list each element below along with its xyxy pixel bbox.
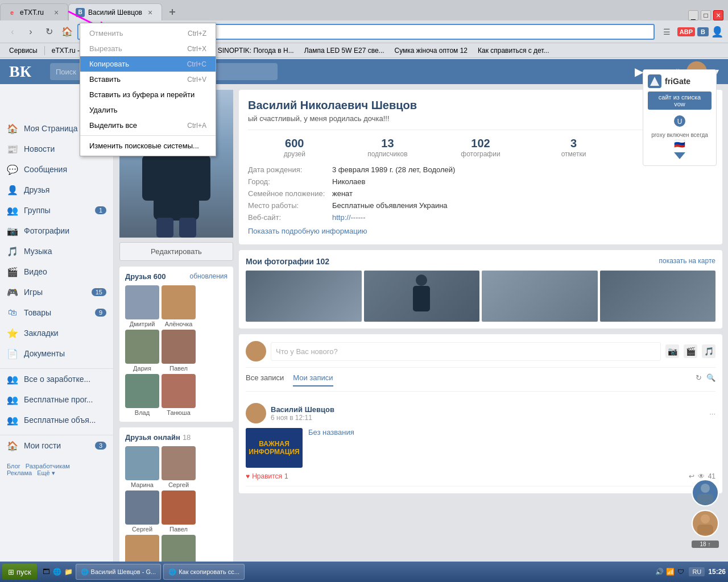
photo-thumb-4[interactable] — [600, 271, 716, 322]
minimize-btn[interactable]: _ — [688, 10, 698, 20]
sidebar-footer-dev[interactable]: Разработчикам — [26, 463, 70, 469]
taskbar-tray-folder[interactable]: 📁 — [64, 567, 73, 576]
sidebar-item-earnings[interactable]: 👥 Все о заработке... — [0, 369, 113, 389]
back-btn[interactable]: ‹ — [5, 24, 20, 40]
photo-thumb-1[interactable] — [246, 271, 362, 322]
sidebar-item-messages[interactable]: 💬 Сообщения — [0, 159, 113, 180]
stat-photos[interactable]: 102 фотографии — [434, 137, 527, 158]
friend-item-dmitry[interactable]: Дмитрий — [125, 285, 159, 327]
close-btn[interactable]: × — [713, 10, 723, 20]
tray-security-icon[interactable]: 🛡 — [676, 567, 685, 576]
bottom-avatar-2[interactable] — [692, 510, 719, 537]
sidebar-item-docs[interactable]: 📄 Документы — [0, 343, 113, 364]
online-friend-yurets[interactable]: Юрец — [162, 535, 196, 562]
ctx-paste[interactable]: Вставить Ctrl+V — [80, 72, 216, 87]
online-friend-marina[interactable]: Марина — [125, 446, 159, 488]
taskbar-tray-ie[interactable]: 🌐 — [53, 567, 62, 576]
language-btn[interactable]: RU — [689, 567, 705, 576]
bookmark-lamp[interactable]: Лампа LED 5W E27 све... — [300, 45, 389, 56]
ctx-copy[interactable]: Копировать Ctrl+C — [80, 56, 216, 72]
bottom-avatar-1[interactable] — [692, 479, 719, 506]
reload-btn[interactable]: ↻ — [41, 24, 57, 40]
post-image-thumbnail[interactable]: ВАЖНАЯ ИНФОРМАЦИЯ — [246, 428, 303, 468]
tray-network-icon[interactable]: 🔊 — [655, 567, 664, 576]
forward-btn[interactable]: › — [23, 24, 39, 40]
new-tab-btn[interactable] — [162, 3, 183, 20]
post-likes[interactable]: ♥ Нравится 1 — [246, 472, 288, 480]
sidebar-item-bookmarks[interactable]: ⭐ Закладки — [0, 323, 113, 343]
ctx-delete[interactable]: Удалить — [80, 102, 216, 118]
sidebar-item-guests[interactable]: 🏠 Мои гости 3 — [0, 435, 113, 456]
sidebar-footer-ads[interactable]: Реклама — [7, 469, 32, 476]
ctx-cut[interactable]: Вырезать Ctrl+X — [80, 41, 216, 56]
friend-item-tanyusha[interactable]: Танюша — [162, 374, 196, 416]
tab-close-vk[interactable]: × — [146, 8, 155, 17]
taskbar-tray-show-desktop[interactable]: 🗔 — [42, 567, 51, 576]
photo-thumb-2[interactable] — [364, 271, 480, 322]
post-author-name[interactable]: Василий Шевцов — [271, 405, 334, 414]
bookmark-article[interactable]: Как справиться с дет... — [473, 45, 554, 56]
taskbar-item-copy[interactable]: 🌐 Как скопировать сс... — [163, 564, 245, 580]
post-more-btn[interactable]: ··· — [709, 409, 715, 418]
vk-ext-icon[interactable]: В — [697, 27, 709, 36]
tab-vk[interactable]: В Василий Шевцов × — [68, 3, 162, 20]
wall-tab-my[interactable]: Мои записи — [293, 373, 333, 386]
wall-input-placeholder[interactable]: Что у Вас нового? — [271, 342, 661, 361]
wall-photo-icon[interactable]: 📷 — [665, 344, 679, 358]
sidebar-item-goods[interactable]: 🛍 Товары 9 — [0, 302, 113, 323]
vk-logo[interactable]: ВК — [9, 63, 43, 81]
sidebar-item-photos[interactable]: 📷 Фотографии — [0, 221, 113, 241]
sidebar-footer-blog[interactable]: Блог — [7, 463, 20, 469]
start-button[interactable]: ⊞ пуск — [2, 564, 37, 580]
bookmark-services[interactable]: Сервисы — [5, 45, 42, 56]
vk-play-btn[interactable]: ▶ — [635, 65, 643, 78]
wall-search-icon[interactable]: 🔍 — [706, 373, 715, 386]
bookmark-sinoptik[interactable]: SINOPTIK: Погода в Н... — [213, 45, 299, 56]
more-info-link[interactable]: Показать подробную информацию — [248, 227, 713, 235]
sidebar-footer-more[interactable]: Ещё ▾ — [37, 469, 55, 476]
wall-video-icon[interactable]: 🎬 — [684, 344, 697, 358]
sidebar-item-free-prog[interactable]: 👥 Бесплатные прог... — [0, 389, 113, 410]
sidebar-item-free-ads[interactable]: 👥 Бесплатные объя... — [0, 410, 113, 430]
stat-marks[interactable]: 3 отметки — [527, 137, 621, 158]
maximize-btn[interactable]: □ — [701, 10, 711, 20]
sidebar-item-video[interactable]: 🎬 Видео — [0, 261, 113, 282]
tab-close-etxt[interactable]: × — [52, 8, 61, 17]
online-friend-sergey1[interactable]: Сергей — [162, 446, 196, 488]
friend-item-darya[interactable]: Дария — [125, 330, 159, 372]
user-icon[interactable]: 👤 — [711, 26, 723, 38]
online-friend-katya[interactable]: Катя — [125, 535, 159, 562]
post-author-avatar[interactable] — [246, 403, 266, 423]
abp-icon[interactable]: ABP — [677, 27, 695, 36]
online-friend-sergey2[interactable]: Сергей — [125, 490, 159, 533]
photos-map-link[interactable]: показать на карте — [659, 257, 716, 266]
ctx-undo[interactable]: Отменить Ctrl+Z — [80, 26, 216, 41]
friend-item-alenochka[interactable]: Алёночка — [162, 285, 196, 327]
wall-tab-all[interactable]: Все записи — [246, 373, 284, 386]
photo-thumb-3[interactable] — [482, 271, 598, 322]
ctx-select-all[interactable]: Выделить все Ctrl+A — [80, 118, 216, 133]
edit-profile-btn[interactable]: Редактировать — [119, 242, 233, 261]
stat-subscribers[interactable]: 13 подписчиков — [341, 137, 435, 158]
sidebar-item-games[interactable]: 🎮 Игры 15 — [0, 282, 113, 302]
friends-update-link[interactable]: обновления — [190, 272, 228, 281]
taskbar-item-chrome[interactable]: 🌐 Василий Шевцов - G... — [76, 564, 162, 580]
ctx-paste-navigate[interactable]: Вставить из буфера и перейти — [80, 87, 216, 102]
bookmark-bag[interactable]: Сумка жіноча оптом 12 — [390, 45, 472, 56]
frigate-vow-btn[interactable]: сайт из списка vow — [648, 92, 712, 110]
ctx-search-engines[interactable]: Изменить поисковые системы... — [80, 138, 216, 153]
friend-item-vlad[interactable]: Влад — [125, 374, 159, 416]
home-btn[interactable]: 🏠 — [59, 24, 75, 40]
detail-website-val[interactable]: http://------ — [332, 213, 366, 222]
stat-friends[interactable]: 600 друзей — [248, 137, 341, 158]
sidebar-item-friends[interactable]: 👤 Друзья — [0, 180, 113, 200]
tray-volume-icon[interactable]: 📶 — [665, 567, 675, 576]
wall-refresh-icon[interactable]: ↻ — [696, 373, 702, 386]
sidebar-item-music[interactable]: 🎵 Музыка — [0, 241, 113, 261]
wall-music-icon[interactable]: 🎵 — [702, 344, 715, 358]
tab-etxt[interactable]: e eTXT.ru × — [0, 3, 68, 20]
sidebar-item-groups[interactable]: 👥 Группы 1 — [0, 200, 113, 221]
friend-item-pavel[interactable]: Павел — [162, 330, 196, 372]
online-friend-pavel2[interactable]: Павел — [162, 490, 196, 533]
extensions-btn[interactable]: ☰ — [659, 24, 675, 40]
